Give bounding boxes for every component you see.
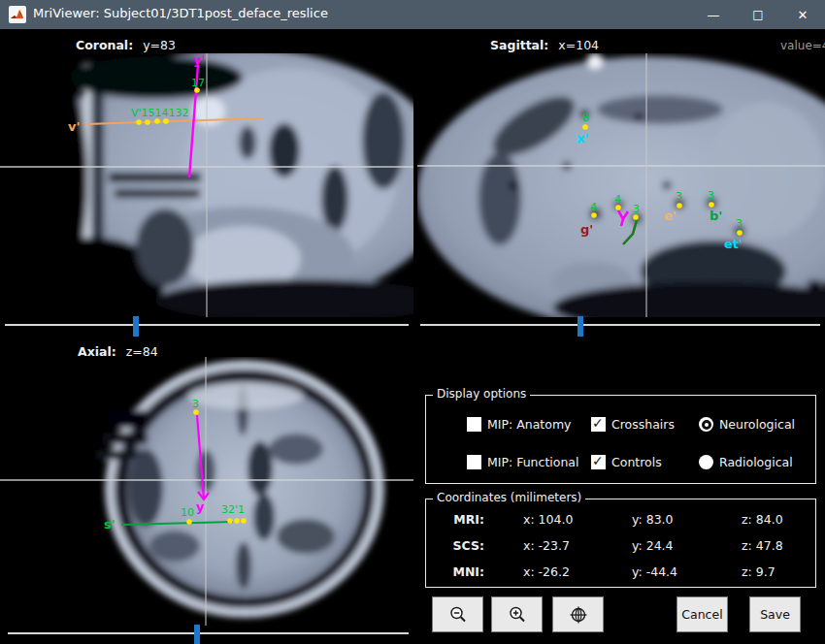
electrode-contact-dot[interactable] [709, 202, 714, 208]
save-button[interactable]: Save [749, 596, 801, 632]
coord-label-scs: SCS: [426, 538, 484, 553]
coronal-slider-handle[interactable] [133, 316, 139, 337]
coronal-view[interactable]: v'V'151413217y' [0, 53, 413, 317]
electrode-contact-dot[interactable] [737, 230, 742, 236]
close-button[interactable]: ✕ [780, 0, 825, 29]
electrode-label-et-prime: et' [724, 237, 742, 251]
contact-label-3: 3 [633, 203, 640, 215]
electrode-contact-dot[interactable] [154, 118, 160, 124]
contact-labels-v-prime: V'1514132 [131, 107, 189, 119]
crosshair-target-icon [568, 604, 589, 626]
coronal-title: Coronal: [76, 38, 133, 52]
mri-z-value: z: 84.0 [742, 512, 783, 527]
scs-x-value: x: -23.7 [523, 538, 570, 553]
mip-anatomy-checkbox[interactable] [467, 417, 481, 432]
electrode-contact-dot[interactable] [227, 518, 233, 524]
display-options-title: Display options [433, 387, 530, 401]
zoom-out-icon [447, 604, 469, 626]
window-title: MriViewer: Subject01/3DT1post_deface_res… [33, 6, 328, 20]
minimize-button[interactable]: — [691, 0, 736, 29]
coronal-slice-slider[interactable] [5, 316, 409, 337]
crosshairs-checkbox[interactable] [591, 417, 606, 432]
sagittal-slice-value: x=104 [558, 38, 599, 52]
electrode-contact-dot[interactable] [633, 214, 639, 220]
electrode-label-e-prime: e' [664, 209, 676, 223]
zoom-in-button[interactable] [491, 596, 543, 632]
maximize-button[interactable]: □ [736, 0, 780, 29]
electrode-label-g-prime: g' [580, 222, 593, 237]
crosshairs-label: Crosshairs [611, 417, 675, 432]
mriviewer-window: MriViewer: Subject01/3DT1post_deface_res… [0, 0, 825, 644]
display-options-panel: Display options MIP: Anatomy Crosshairs … [425, 395, 816, 484]
contact-label-17: 17 [191, 77, 205, 89]
electrode-label-y-prime: y' [193, 53, 205, 67]
contact-label-3b: 3 [676, 190, 682, 203]
electrode-contact-dot[interactable] [193, 409, 199, 415]
electrode-contact-dot[interactable] [186, 519, 192, 525]
electrode-label-y: y [196, 499, 205, 514]
matlab-icon [9, 6, 26, 23]
set-fiducials-button[interactable] [552, 596, 604, 632]
mri-y-value: y: 83.0 [632, 512, 674, 527]
electrode-contact-dot[interactable] [145, 119, 150, 125]
electrode-contact-dot[interactable] [241, 518, 247, 524]
sagittal-mri-slice [417, 53, 825, 317]
neurological-radio[interactable] [699, 417, 713, 432]
radiological-radio[interactable] [699, 455, 713, 469]
coord-label-mri: MRI: [426, 512, 484, 527]
sagittal-slider-track[interactable] [420, 324, 820, 326]
mni-y-value: y: -44.4 [632, 564, 677, 579]
axial-slider-handle[interactable] [194, 625, 200, 644]
coordinates-panel: Coordinates (milimeters) MRI: x: 104.0 y… [425, 499, 816, 588]
sagittal-slice-slider[interactable] [420, 316, 820, 337]
coronal-slice-value: y=83 [143, 38, 176, 52]
coord-label-mni: MNI: [426, 564, 484, 579]
electrode-contact-dot[interactable] [615, 205, 621, 210]
contact-label-3: 3 [192, 398, 199, 410]
coronal-header: Coronal:y=83 [76, 38, 176, 52]
scs-y-value: y: 24.4 [632, 538, 674, 553]
mip-functional-label: MIP: Functional [487, 455, 579, 469]
coronal-slider-track[interactable] [5, 324, 409, 326]
contact-label-3d: 3 [736, 217, 742, 230]
controls-label: Controls [611, 455, 662, 469]
sagittal-header: Sagittal:x=104 [490, 38, 599, 52]
contact-label-4b: 4 [614, 193, 621, 206]
electrode-label-s-prime: s' [104, 517, 116, 531]
coordinates-title: Coordinates (milimeters) [433, 491, 585, 504]
neurological-label: Neurological [719, 417, 795, 432]
axial-view[interactable]: 3ys'1032'1 [0, 357, 413, 626]
electrode-contact-dot[interactable] [582, 124, 588, 130]
axial-slice-slider[interactable] [8, 625, 409, 644]
mip-anatomy-label: MIP: Anatomy [487, 417, 571, 432]
scs-z-value: z: 47.8 [742, 538, 783, 553]
mip-functional-checkbox[interactable] [467, 455, 481, 469]
contact-label-4: 4 [590, 201, 597, 213]
electrode-label-x-prime: x' [577, 131, 588, 145]
electrode-label-v-prime: v' [68, 119, 80, 134]
contact-labels-321: 32'1 [221, 503, 245, 516]
axial-slider-track[interactable] [8, 632, 409, 634]
electrode-label-b-prime: b' [710, 209, 722, 223]
controls-checkbox[interactable] [591, 455, 606, 469]
sagittal-slider-handle[interactable] [578, 316, 583, 337]
mri-x-value: x: 104.0 [523, 512, 573, 527]
cancel-button[interactable]: Cancel [676, 596, 728, 632]
sagittal-title: Sagittal: [490, 38, 548, 52]
sagittal-view[interactable]: 8x'4g'433e'3b'3et' [417, 53, 825, 317]
electrode-contact-dot[interactable] [591, 212, 597, 218]
mni-z-value: z: 9.7 [742, 564, 776, 579]
zoom-in-icon [507, 604, 528, 626]
voxel-value-label: value=45 [780, 39, 825, 52]
electrode-contact-dot[interactable] [676, 203, 682, 209]
zoom-out-button[interactable] [432, 596, 483, 632]
mni-x-value: x: -26.2 [523, 564, 570, 579]
titlebar: MriViewer: Subject01/3DT1post_deface_res… [0, 0, 825, 29]
electrode-contact-dot[interactable] [163, 118, 169, 124]
radiological-label: Radiological [719, 455, 793, 469]
contact-label-8: 8 [582, 112, 589, 124]
contact-label-10: 10 [181, 506, 194, 519]
electrode-contact-dot[interactable] [136, 119, 142, 125]
contact-label-3c: 3 [708, 189, 714, 202]
electrode-contact-dot[interactable] [234, 518, 240, 524]
